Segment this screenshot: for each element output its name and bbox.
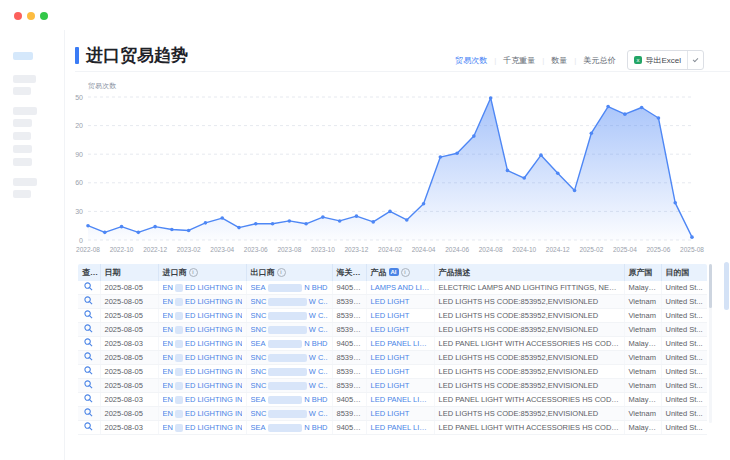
- importer-cell[interactable]: ENED LIGHTING INC: [158, 407, 246, 421]
- importer-cell[interactable]: ENED LIGHTING INC: [158, 337, 246, 351]
- redacted-text: [268, 340, 303, 348]
- exporter-cell[interactable]: SNCW C..: [246, 295, 332, 309]
- sidebar-item[interactable]: [13, 75, 36, 83]
- close-button[interactable]: [14, 12, 22, 20]
- table-scrollbar-thumb[interactable]: [709, 264, 712, 308]
- magnifier-icon[interactable]: [84, 284, 93, 293]
- exporter-cell[interactable]: SNCW C..: [246, 365, 332, 379]
- redacted-text: [268, 326, 306, 334]
- svg-text:30: 30: [75, 208, 83, 215]
- column-header: 出口商: [246, 264, 332, 281]
- svg-text:2025-08: 2025-08: [680, 246, 704, 253]
- magnifier-icon[interactable]: [84, 424, 93, 433]
- sidebar-item[interactable]: [13, 145, 32, 153]
- importer-cell[interactable]: ENED LIGHTING INC: [158, 309, 246, 323]
- magnifier-icon[interactable]: [84, 410, 93, 419]
- description-cell: LED PANEL LIGHT WITH ACCESSORIES HS CODE…: [434, 337, 624, 351]
- metric-tab[interactable]: 美元总价: [583, 55, 615, 66]
- tab-separator: |: [574, 56, 576, 65]
- svg-text:2022-10: 2022-10: [110, 246, 134, 253]
- redacted-text: [175, 298, 183, 306]
- importer-cell[interactable]: ENED LIGHTING INC: [158, 379, 246, 393]
- hs-code-cell: 940541: [332, 421, 366, 435]
- exporter-cell[interactable]: SNCW C..: [246, 407, 332, 421]
- page-title: 进口贸易趋势: [86, 44, 188, 68]
- magnifier-icon[interactable]: [84, 382, 93, 391]
- importer-cell[interactable]: ENED LIGHTING INC: [158, 295, 246, 309]
- info-icon: [401, 268, 410, 277]
- sidebar-item[interactable]: [13, 190, 31, 198]
- table-scrollbar[interactable]: [709, 264, 712, 423]
- magnifier-icon[interactable]: [84, 396, 93, 405]
- sidebar-item[interactable]: [13, 52, 33, 60]
- importer-cell[interactable]: ENED LIGHTING INC: [158, 365, 246, 379]
- exporter-cell[interactable]: SEAN BHD: [246, 421, 332, 435]
- main-content: 进口贸易趋势 贸易次数|千克重量|数量|美元总价 导出Excel 贸易次数030…: [64, 0, 730, 460]
- magnifier-icon[interactable]: [84, 298, 93, 307]
- sidebar-item[interactable]: [13, 132, 31, 140]
- svg-text:150: 150: [75, 94, 83, 101]
- product-cell[interactable]: LED PANEL LIGHT: [366, 421, 434, 435]
- page-scrollbar[interactable]: [724, 262, 729, 310]
- product-cell[interactable]: LED LIGHT: [366, 295, 434, 309]
- exporter-cell[interactable]: SEAN BHD: [246, 337, 332, 351]
- product-cell[interactable]: LED LIGHT: [366, 379, 434, 393]
- minimize-button[interactable]: [27, 12, 35, 20]
- sidebar-item[interactable]: [13, 87, 31, 95]
- redacted-text: [175, 382, 183, 390]
- magnifier-icon[interactable]: [84, 312, 93, 321]
- title-accent-bar: [75, 47, 79, 64]
- magnifier-icon[interactable]: [84, 340, 93, 349]
- destination-cell: United St...: [661, 295, 707, 309]
- product-cell[interactable]: LAMPS AND LIGHTIN...: [366, 281, 434, 295]
- svg-text:2022-08: 2022-08: [76, 246, 100, 253]
- svg-text:2023-02: 2023-02: [177, 246, 201, 253]
- svg-text:2022-12: 2022-12: [143, 246, 167, 253]
- product-cell[interactable]: LED LIGHT: [366, 309, 434, 323]
- magnifier-icon[interactable]: [84, 368, 93, 377]
- description-cell: LED PANEL LIGHT WITH ACCESSORIES HS CODE…: [434, 393, 624, 407]
- exporter-cell[interactable]: SNCW C..: [246, 351, 332, 365]
- redacted-text: [268, 354, 306, 362]
- product-cell[interactable]: LED LIGHT: [366, 351, 434, 365]
- product-cell[interactable]: LED LIGHT: [366, 365, 434, 379]
- maximize-button[interactable]: [40, 12, 48, 20]
- importer-cell[interactable]: ENED LIGHTING INC: [158, 351, 246, 365]
- exporter-cell[interactable]: SEAN BHD: [246, 281, 332, 295]
- svg-text:60: 60: [75, 179, 83, 186]
- product-cell[interactable]: LED PANEL LIGHT: [366, 337, 434, 351]
- exporter-cell[interactable]: SNCW C..: [246, 309, 332, 323]
- trend-chart[interactable]: 贸易次数03060901201502022-082022-102022-1220…: [75, 80, 723, 258]
- exporter-cell[interactable]: SEAN BHD: [246, 393, 332, 407]
- sidebar-item[interactable]: [13, 107, 37, 115]
- product-cell[interactable]: LED PANEL LIGHT: [366, 393, 434, 407]
- importer-cell[interactable]: ENED LIGHTING INC: [158, 323, 246, 337]
- exporter-cell[interactable]: SNCW C..: [246, 379, 332, 393]
- magnifier-icon[interactable]: [84, 326, 93, 335]
- destination-cell: United St...: [661, 421, 707, 435]
- importer-cell[interactable]: ENED LIGHTING INC: [158, 421, 246, 435]
- metric-tab[interactable]: 贸易次数: [455, 55, 487, 66]
- tab-separator: |: [542, 56, 544, 65]
- product-cell[interactable]: LED LIGHT: [366, 323, 434, 337]
- metric-tab[interactable]: 数量: [551, 55, 567, 66]
- exporter-cell[interactable]: SNCW C..: [246, 323, 332, 337]
- metric-tab[interactable]: 千克重量: [503, 55, 535, 66]
- export-dropdown-button[interactable]: [687, 51, 703, 69]
- hs-code-cell: 853952: [332, 407, 366, 421]
- table-row: 2025-08-05ENED LIGHTING INCSNCW C..85395…: [78, 323, 707, 337]
- magnifier-icon[interactable]: [84, 354, 93, 363]
- importer-cell[interactable]: ENED LIGHTING INC: [158, 281, 246, 295]
- importer-cell[interactable]: ENED LIGHTING INC: [158, 393, 246, 407]
- destination-cell: United St...: [661, 337, 707, 351]
- column-header: 日期: [100, 264, 158, 281]
- hs-code-cell: 853952: [332, 351, 366, 365]
- export-excel-button[interactable]: 导出Excel: [628, 51, 687, 69]
- table-row: 2025-08-05ENED LIGHTING INCSNCW C..85395…: [78, 407, 707, 421]
- product-cell[interactable]: LED LIGHT: [366, 407, 434, 421]
- date-cell: 2025-08-03: [100, 393, 158, 407]
- sidebar-item[interactable]: [13, 158, 32, 166]
- sidebar-item[interactable]: [13, 119, 32, 127]
- date-cell: 2025-08-05: [100, 379, 158, 393]
- sidebar-item[interactable]: [13, 178, 37, 186]
